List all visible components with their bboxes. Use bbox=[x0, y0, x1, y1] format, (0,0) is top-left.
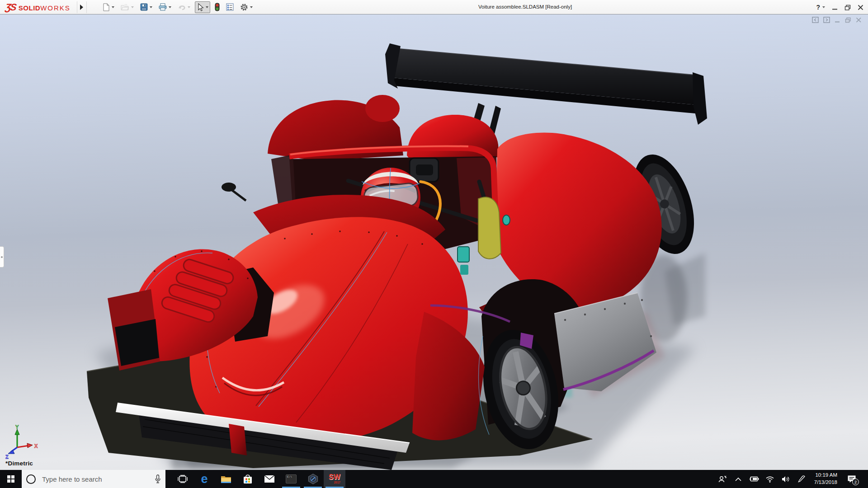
chevron-up-icon bbox=[735, 477, 741, 481]
store-button[interactable] bbox=[237, 470, 259, 488]
people-button[interactable] bbox=[717, 470, 728, 488]
tray-expand-button[interactable] bbox=[732, 470, 744, 488]
taskbar-clock[interactable]: 10:19 AM 7/13/2018 bbox=[814, 472, 837, 486]
rebuild-button[interactable] bbox=[213, 1, 222, 13]
clock-date: 7/13/2018 bbox=[814, 479, 837, 486]
traffic-light-icon bbox=[215, 3, 220, 11]
gear-icon bbox=[240, 3, 248, 11]
solidworks-logo-mark: ƷS bbox=[5, 2, 16, 13]
select-button[interactable] bbox=[195, 1, 210, 13]
start-button[interactable] bbox=[0, 470, 22, 488]
taskbar-app-buttons: e C:\ SW 2017 bbox=[172, 470, 345, 488]
triad-x-label: X bbox=[34, 443, 38, 449]
edge-icon: e bbox=[201, 473, 208, 485]
dropdown-caret-icon bbox=[188, 6, 190, 8]
network-button[interactable] bbox=[764, 470, 776, 488]
command-prompt-button[interactable]: C:\ bbox=[280, 470, 302, 488]
file-properties-button[interactable] bbox=[224, 1, 236, 13]
pen-icon bbox=[798, 475, 805, 483]
dropdown-caret-icon[interactable] bbox=[822, 6, 825, 8]
save-button[interactable] bbox=[138, 1, 154, 13]
close-button[interactable] bbox=[858, 5, 863, 10]
clock-time: 10:19 AM bbox=[814, 472, 837, 479]
dropdown-caret-icon bbox=[131, 6, 134, 8]
window-controls: ? bbox=[816, 0, 863, 14]
car-3d-model[interactable] bbox=[0, 14, 868, 470]
wifi-icon bbox=[765, 476, 774, 483]
flyout-arrow-icon bbox=[80, 5, 83, 10]
file-explorer-button[interactable] bbox=[215, 470, 237, 488]
new-document-icon bbox=[102, 3, 110, 11]
volume-button[interactable] bbox=[780, 470, 792, 488]
hex-utility-button[interactable] bbox=[302, 470, 324, 488]
battery-charging-icon bbox=[749, 476, 759, 482]
help-glyph: ? bbox=[816, 4, 820, 11]
hexagon-app-icon bbox=[308, 474, 318, 484]
graphics-viewport[interactable]: Y X Z *Dimetric bbox=[0, 14, 868, 470]
windows-taskbar: e C:\ SW 2017 bbox=[0, 470, 868, 488]
teal-detail bbox=[503, 215, 510, 225]
solidworks-logo: ƷS SOLIDWORKS bbox=[5, 2, 71, 13]
solidworks-2017-icon: SW 2017 bbox=[329, 474, 340, 484]
people-icon bbox=[718, 475, 727, 483]
mail-icon bbox=[264, 475, 275, 483]
windows-logo-icon bbox=[7, 475, 14, 483]
orientation-triad: Y X Z bbox=[4, 425, 45, 460]
view-orientation-label: *Dimetric bbox=[5, 460, 33, 467]
options-button[interactable] bbox=[238, 1, 255, 13]
dropdown-caret-icon[interactable] bbox=[206, 6, 208, 8]
new-document-button[interactable] bbox=[100, 1, 116, 13]
file-explorer-icon bbox=[221, 475, 231, 483]
select-cursor-icon bbox=[197, 3, 204, 11]
command-prompt-icon: C:\ bbox=[286, 474, 297, 483]
menu-flyout-button[interactable] bbox=[77, 1, 87, 13]
taskbar-search-box[interactable] bbox=[22, 470, 165, 488]
dropdown-caret-icon[interactable] bbox=[169, 6, 171, 8]
solidworks-window: ƷS SOLIDWORKS bbox=[0, 0, 868, 488]
title-bar: ƷS SOLIDWORKS bbox=[0, 0, 868, 14]
file-properties-icon bbox=[226, 3, 234, 11]
store-icon bbox=[243, 474, 252, 484]
task-view-button[interactable] bbox=[172, 470, 193, 488]
document-title: Voiture assomblee.SLDASM [Read-only] bbox=[478, 4, 572, 9]
battery-button[interactable] bbox=[748, 470, 760, 488]
restore-button[interactable] bbox=[844, 5, 851, 10]
triad-y-label: Y bbox=[15, 425, 19, 430]
save-floppy-icon bbox=[140, 3, 148, 11]
undo-arrow-icon bbox=[178, 4, 186, 11]
notification-badge: 2 bbox=[852, 479, 859, 485]
quick-access-toolbar bbox=[100, 1, 255, 13]
minimize-icon bbox=[832, 5, 838, 10]
system-tray: 10:19 AM 7/13/2018 2 bbox=[717, 470, 868, 488]
undo-button[interactable] bbox=[176, 1, 192, 13]
task-view-icon bbox=[178, 475, 188, 483]
print-button[interactable] bbox=[157, 1, 173, 13]
speaker-icon bbox=[782, 476, 790, 483]
cortana-icon bbox=[26, 474, 36, 484]
open-button[interactable] bbox=[119, 1, 136, 13]
edge-button[interactable]: e bbox=[193, 470, 215, 488]
close-icon bbox=[858, 5, 863, 10]
action-center-button[interactable]: 2 bbox=[844, 470, 859, 488]
minimize-button[interactable] bbox=[832, 5, 838, 10]
help-button[interactable]: ? bbox=[816, 4, 825, 11]
mail-button[interactable] bbox=[259, 470, 280, 488]
pen-button[interactable] bbox=[796, 470, 807, 488]
triad-z-label: Z bbox=[5, 454, 9, 460]
dropdown-caret-icon[interactable] bbox=[250, 6, 253, 8]
open-folder-icon bbox=[121, 4, 129, 11]
search-input[interactable] bbox=[42, 475, 155, 483]
microphone-icon[interactable] bbox=[155, 474, 161, 483]
restore-icon bbox=[844, 5, 851, 10]
dropdown-caret-icon[interactable] bbox=[150, 6, 152, 8]
printer-icon bbox=[159, 3, 167, 11]
dropdown-caret-icon[interactable] bbox=[112, 6, 114, 8]
solidworks-taskbar-button[interactable]: SW 2017 bbox=[324, 470, 345, 488]
